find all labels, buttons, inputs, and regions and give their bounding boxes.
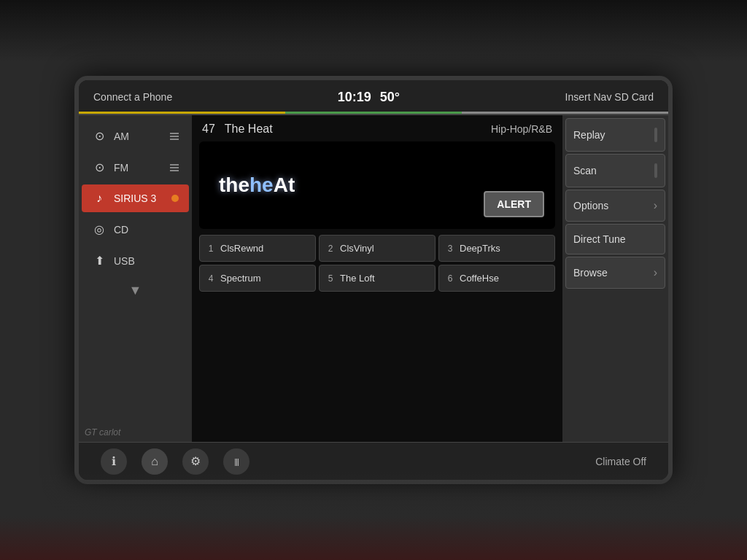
channel-name: The Heat <box>225 122 273 135</box>
cd-icon: ◎ <box>92 222 107 236</box>
replay-button[interactable]: Replay <box>565 118 665 152</box>
sidebar-item-sirius[interactable]: ♪ SIRIUS 3 <box>82 184 189 212</box>
options-chevron-icon: › <box>654 199 657 212</box>
preset-5[interactable]: 5 The Loft <box>319 265 436 292</box>
preset-2[interactable]: 2 ClsVinyl <box>319 235 436 262</box>
channel-header: 47 The Heat Hip-Hop/R&B <box>199 122 555 136</box>
insert-nav-label: Insert Nav SD Card <box>565 91 654 103</box>
presets-grid: 1 ClsRewnd 2 ClsVinyl 3 DeepTrks 4 Spect… <box>199 235 555 292</box>
center-panel: 47 The Heat Hip-Hop/R&B theheAt ALERT 1 … <box>192 115 562 442</box>
direct-tune-label: Direct Tune <box>573 233 626 245</box>
options-label: Options <box>573 200 608 211</box>
sirius-active-dot <box>171 195 179 202</box>
channel-genre: Hip-Hop/R&B <box>491 123 552 135</box>
scan-label: Scan <box>573 165 597 176</box>
preset-4[interactable]: 4 Spectrum <box>199 265 316 292</box>
options-button[interactable]: Options › <box>565 190 665 222</box>
home-icon: ⌂ <box>151 455 158 468</box>
browse-label: Browse <box>573 267 608 279</box>
sidebar-usb-label: USB <box>114 255 179 267</box>
watermark: GT carlot <box>85 427 120 438</box>
right-action-panel: Replay Scan Options › Direct Tune Browse… <box>562 115 668 442</box>
main-content-area: ⊙ AM ⊙ FM ♪ SIRIUS 3 ◎ CD ⬆ USB <box>79 115 668 442</box>
clock-display: 10:19 <box>338 90 371 105</box>
sidebar-scroll-down[interactable]: ▼ <box>79 277 192 304</box>
info-icon: ℹ <box>112 454 116 468</box>
usb-icon: ⬆ <box>92 254 107 268</box>
am-bars <box>170 133 179 140</box>
sidebar-cd-label: CD <box>114 224 179 236</box>
fm-bars <box>170 164 179 171</box>
sidebar-item-usb[interactable]: ⬆ USB <box>82 246 189 275</box>
connect-phone-label[interactable]: Connect a Phone <box>93 91 172 103</box>
sidebar-sirius-label: SIRIUS 3 <box>114 192 164 204</box>
direct-tune-button[interactable]: Direct Tune <box>565 224 665 254</box>
climate-control-button[interactable]: ||| <box>223 448 249 475</box>
home-button[interactable]: ⌂ <box>142 448 168 475</box>
bottom-nav-bar: ℹ ⌂ ⚙ ||| Climate Off <box>79 442 668 480</box>
sidebar-fm-label: FM <box>114 162 163 174</box>
channel-logo: theheAt <box>210 169 303 201</box>
temperature-display: 50° <box>380 90 400 105</box>
status-bar: Connect a Phone 10:19 50° Insert Nav SD … <box>79 80 668 115</box>
sidebar-item-am[interactable]: ⊙ AM <box>82 122 189 150</box>
preset-3[interactable]: 3 DeepTrks <box>438 235 555 262</box>
preset-6[interactable]: 6 CoffeHse <box>438 265 555 292</box>
sidebar-item-cd[interactable]: ◎ CD <box>82 215 189 244</box>
scan-indicator <box>654 163 657 178</box>
clock-area: 10:19 50° <box>338 90 400 105</box>
preset-1[interactable]: 1 ClsRewnd <box>199 235 316 262</box>
info-button[interactable]: ℹ <box>101 448 127 475</box>
sidebar-item-fm[interactable]: ⊙ FM <box>82 153 189 182</box>
sirius-icon: ♪ <box>92 192 107 205</box>
browse-chevron-icon: › <box>654 266 657 279</box>
channel-number: 47 <box>202 122 215 135</box>
bottom-icon-group: ℹ ⌂ ⚙ ||| <box>101 448 249 475</box>
am-icon: ⊙ <box>92 129 107 143</box>
source-sidebar: ⊙ AM ⊙ FM ♪ SIRIUS 3 ◎ CD ⬆ USB <box>79 115 192 442</box>
browse-button[interactable]: Browse › <box>565 257 665 289</box>
fm-icon: ⊙ <box>92 160 107 174</box>
climate-status-label: Climate Off <box>595 456 646 467</box>
climate-icon: ||| <box>234 457 239 466</box>
sidebar-am-label: AM <box>114 131 163 142</box>
main-screen: Connect a Phone 10:19 50° Insert Nav SD … <box>74 76 673 484</box>
channel-display-area: theheAt ALERT <box>199 141 555 229</box>
gear-icon: ⚙ <box>190 454 201 468</box>
alert-button[interactable]: ALERT <box>484 191 544 217</box>
settings-button[interactable]: ⚙ <box>182 448 209 475</box>
replay-indicator <box>654 128 657 142</box>
heat-logo-text: theheAt <box>219 174 295 197</box>
replay-label: Replay <box>573 129 605 141</box>
channel-number-name: 47 The Heat <box>202 122 273 136</box>
scan-button[interactable]: Scan <box>565 154 665 187</box>
